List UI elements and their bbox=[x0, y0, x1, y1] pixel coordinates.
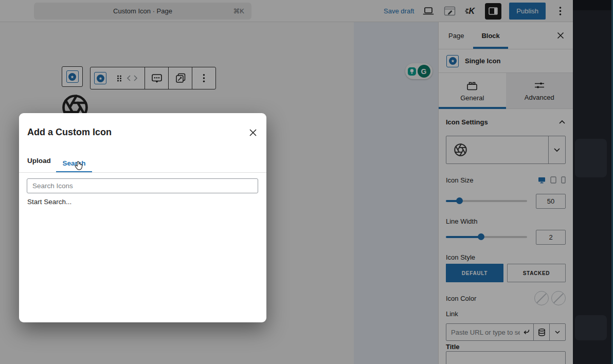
close-icon bbox=[249, 129, 257, 137]
divider bbox=[19, 172, 266, 173]
background-titlebar bbox=[573, 0, 613, 10]
app-root: Custom Icon · Page ⌘K Save draft bbox=[0, 0, 613, 364]
hand-cursor-icon bbox=[74, 161, 83, 171]
search-empty-state: Start Search... bbox=[27, 198, 71, 206]
icon-search-input[interactable] bbox=[27, 178, 258, 193]
modal-title: Add a Custom Icon bbox=[27, 127, 112, 138]
background-panel bbox=[575, 139, 607, 177]
tab-upload[interactable]: Upload bbox=[27, 157, 51, 165]
add-custom-icon-modal: Add a Custom Icon Upload Search Start Se… bbox=[19, 113, 266, 322]
modal-close-button[interactable] bbox=[246, 126, 260, 139]
background-panel bbox=[575, 315, 607, 340]
background-window bbox=[573, 0, 613, 364]
